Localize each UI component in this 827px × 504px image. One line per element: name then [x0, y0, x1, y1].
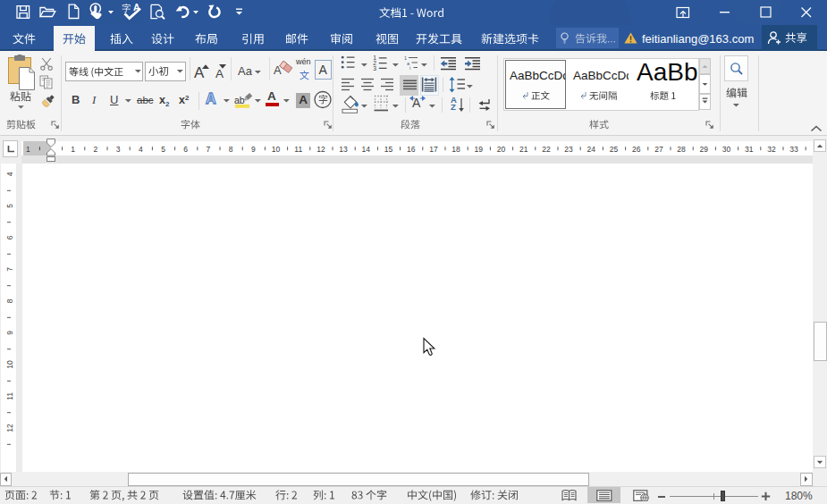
svg-text:13: 13 [339, 145, 348, 154]
svg-text:5: 5 [5, 204, 14, 208]
svg-text:12: 12 [316, 145, 325, 154]
svg-text:8: 8 [229, 145, 233, 154]
svg-text:16: 16 [407, 145, 416, 154]
svg-text:11: 11 [5, 392, 14, 400]
svg-text:7: 7 [207, 145, 211, 154]
svg-text:9: 9 [251, 145, 256, 154]
svg-text:12: 12 [5, 424, 14, 433]
svg-text:33: 33 [789, 145, 798, 154]
svg-text:3: 3 [116, 145, 121, 154]
svg-text:19: 19 [475, 145, 484, 154]
svg-text:31: 31 [745, 145, 754, 154]
svg-text:9: 9 [5, 331, 14, 335]
svg-text:3: 3 [373, 65, 376, 71]
svg-text:22: 22 [542, 145, 551, 154]
svg-text:26: 26 [632, 145, 641, 154]
svg-text:10: 10 [5, 360, 14, 369]
svg-text:2: 2 [94, 145, 98, 154]
svg-text:14: 14 [362, 145, 371, 154]
svg-text:4: 4 [139, 145, 143, 154]
svg-text:1: 1 [26, 145, 30, 154]
svg-text:24: 24 [587, 145, 596, 154]
svg-text:30: 30 [722, 145, 731, 154]
svg-text:10: 10 [272, 145, 281, 154]
svg-text:5: 5 [161, 145, 165, 154]
svg-text:28: 28 [677, 145, 686, 154]
svg-text:20: 20 [497, 145, 506, 154]
svg-text:ab: ab [234, 95, 245, 105]
svg-text:32: 32 [767, 145, 776, 154]
svg-text:7: 7 [5, 267, 14, 272]
svg-text:18: 18 [451, 145, 460, 154]
svg-text:29: 29 [700, 145, 709, 154]
svg-text:23: 23 [564, 145, 573, 154]
svg-text:25: 25 [610, 145, 619, 154]
svg-text:1: 1 [71, 145, 75, 154]
svg-text:11: 11 [294, 145, 302, 154]
svg-text:6: 6 [183, 145, 188, 154]
svg-text:21: 21 [519, 145, 528, 154]
svg-text:8: 8 [5, 298, 14, 303]
svg-text:27: 27 [654, 145, 663, 154]
svg-text:i: i [409, 65, 410, 71]
svg-text:6: 6 [5, 235, 14, 239]
svg-text:17: 17 [429, 145, 438, 154]
svg-text:15: 15 [384, 145, 393, 154]
svg-text:4: 4 [5, 172, 14, 176]
